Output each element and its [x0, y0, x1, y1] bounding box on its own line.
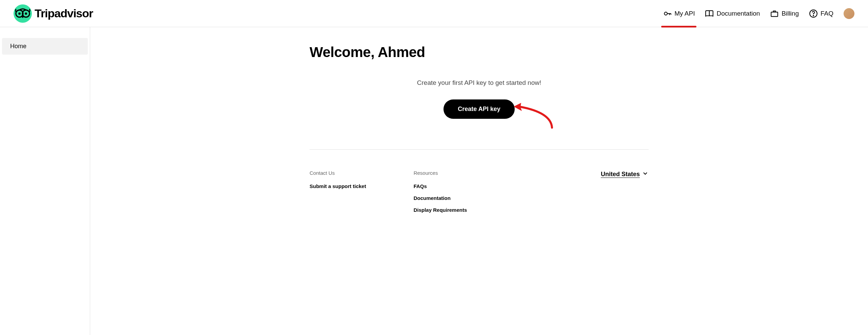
sidebar-item-label: Home: [10, 43, 26, 50]
nav-label: Documentation: [716, 10, 760, 17]
nav-label: Billing: [782, 10, 799, 17]
cta-section: Create your first API key to get started…: [310, 79, 649, 149]
sidebar-item-home[interactable]: Home: [2, 38, 88, 55]
create-api-key-button[interactable]: Create API key: [443, 99, 514, 119]
footer-link-support-ticket[interactable]: Submit a support ticket: [310, 183, 366, 189]
footer-col-resources: Resources FAQs Documentation Display Req…: [414, 170, 467, 219]
header: Tripadvisor My API Documentation: [0, 0, 868, 27]
svg-point-2: [18, 12, 21, 15]
top-nav: My API Documentation Billing: [663, 6, 854, 21]
briefcase-icon: [770, 9, 779, 18]
page-title: Welcome, Ahmed: [310, 44, 649, 60]
logo-text: Tripadvisor: [35, 7, 93, 20]
help-icon: [809, 9, 818, 18]
svg-point-10: [813, 15, 814, 16]
avatar[interactable]: [844, 8, 854, 19]
nav-item-my-api[interactable]: My API: [663, 6, 695, 21]
nav-label: FAQ: [821, 10, 833, 17]
body-container: Home Welcome, Ahmed Create your first AP…: [0, 27, 868, 335]
key-icon: [663, 9, 672, 18]
svg-point-3: [25, 12, 27, 15]
svg-rect-8: [771, 12, 778, 16]
cta-text: Create your first API key to get started…: [310, 79, 649, 87]
footer-col-title: Resources: [414, 170, 467, 176]
nav-item-faq[interactable]: FAQ: [809, 6, 833, 21]
nav-label: My API: [674, 10, 695, 17]
logo[interactable]: Tripadvisor: [14, 4, 93, 23]
logo-icon: [14, 4, 32, 23]
footer-columns: Contact Us Submit a support ticket Resou…: [310, 170, 467, 219]
main: Welcome, Ahmed Create your first API key…: [90, 27, 868, 335]
country-selector[interactable]: United States: [601, 170, 649, 179]
book-icon: [705, 9, 714, 18]
svg-point-4: [665, 12, 668, 15]
footer-col-title: Contact Us: [310, 170, 366, 176]
footer: Contact Us Submit a support ticket Resou…: [310, 149, 649, 232]
country-label: United States: [601, 171, 640, 178]
footer-link-display-requirements[interactable]: Display Requirements: [414, 207, 467, 213]
footer-link-documentation[interactable]: Documentation: [414, 195, 467, 201]
nav-item-documentation[interactable]: Documentation: [705, 6, 760, 21]
footer-link-faqs[interactable]: FAQs: [414, 183, 467, 189]
chevron-down-icon: [642, 170, 649, 179]
sidebar: Home: [0, 27, 90, 335]
arrow-annotation-icon: [513, 102, 557, 133]
footer-col-contact: Contact Us Submit a support ticket: [310, 170, 366, 219]
nav-item-billing[interactable]: Billing: [770, 6, 799, 21]
